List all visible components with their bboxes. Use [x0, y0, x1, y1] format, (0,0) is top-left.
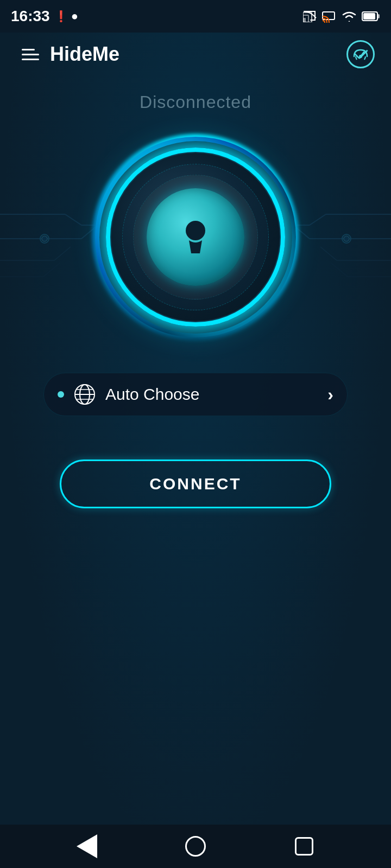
- wifi-icon: [341, 10, 357, 23]
- connect-button[interactable]: CONNECT: [60, 459, 331, 508]
- keyhole-circle: [147, 188, 244, 286]
- top-bar: HideMe: [0, 33, 391, 76]
- nav-home-button[interactable]: [179, 830, 212, 863]
- menu-button[interactable]: [16, 43, 45, 66]
- vpn-power-button[interactable]: [92, 134, 299, 340]
- cast-icon: [303, 10, 317, 22]
- speedometer-button[interactable]: [346, 40, 375, 68]
- svg-point-32: [189, 224, 202, 237]
- cast-icon: [321, 10, 337, 23]
- server-selector[interactable]: Auto Choose ›: [43, 373, 348, 416]
- svg-line-24: [54, 247, 71, 260]
- main-content: Disconnected: [0, 76, 391, 508]
- circle-icon: ●: [71, 9, 78, 23]
- server-name-label: Auto Choose: [105, 385, 327, 404]
- bottom-nav: [0, 825, 391, 868]
- svg-rect-6: [363, 13, 375, 20]
- status-icons-right: [303, 10, 380, 23]
- svg-line-30: [331, 263, 348, 277]
- svg-line-7: [361, 52, 364, 56]
- recents-icon: [295, 837, 313, 856]
- svg-point-15: [42, 236, 47, 241]
- app-title: HideMe: [50, 43, 119, 66]
- nav-back-button[interactable]: [71, 830, 103, 863]
- keyhole-icon: [174, 215, 217, 259]
- home-icon: [185, 836, 206, 857]
- svg-point-8: [359, 55, 362, 58]
- svg-line-28: [43, 263, 60, 277]
- svg-line-26: [320, 247, 337, 260]
- connection-status: Disconnected: [140, 92, 251, 112]
- svg-rect-5: [377, 14, 380, 18]
- back-icon: [77, 834, 97, 858]
- status-bar: 16:33 ❗ ●: [0, 0, 391, 33]
- nav-recents-button[interactable]: [288, 830, 320, 863]
- globe-icon: [73, 382, 97, 406]
- battery-icon: [362, 10, 380, 22]
- status-time: 16:33: [11, 8, 50, 25]
- server-status-dot: [58, 391, 64, 398]
- svg-line-19: [310, 214, 326, 225]
- chevron-right-icon: ›: [327, 385, 333, 405]
- svg-line-12: [65, 214, 81, 225]
- svg-point-22: [344, 236, 349, 241]
- notification-icon: ❗: [54, 10, 68, 23]
